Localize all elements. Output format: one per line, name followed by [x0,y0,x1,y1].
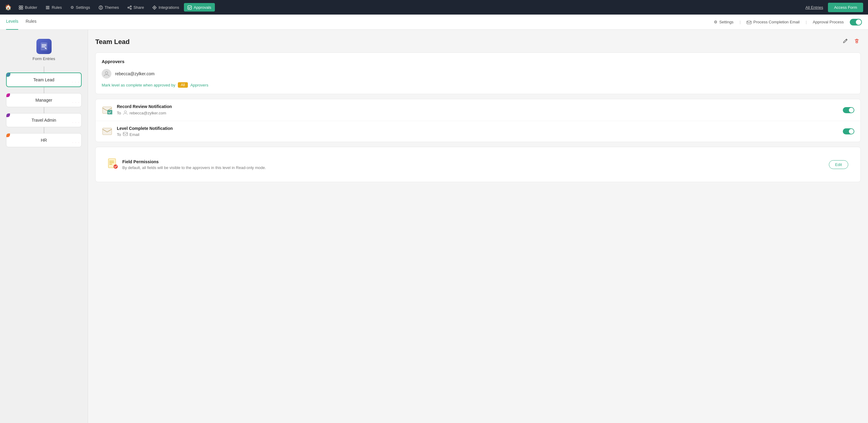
record-review-toggle[interactable] [843,107,854,113]
home-icon[interactable]: 🏠 [5,4,11,11]
manager-label: Manager [11,98,76,103]
svg-rect-6 [46,8,50,9]
badge-team-lead [7,73,10,77]
field-perm-description: By default, all fields will be visible t… [122,165,829,170]
approvers-label: Approvers [190,83,208,87]
nav-approvals-label: Approvals [194,5,211,10]
level-complete-toggle[interactable] [843,128,854,134]
svg-point-22 [124,111,126,113]
hr-label: HR [11,138,76,142]
delete-level-button[interactable] [853,37,861,46]
level-node-manager[interactable]: Manager · · · [6,93,82,107]
svg-rect-15 [747,21,751,24]
approver-avatar [102,69,112,78]
nav-builder-label: Builder [25,5,37,10]
nav-approvals[interactable]: Approvals [184,3,215,11]
svg-rect-2 [19,8,21,9]
level-complete-icon [102,126,113,137]
all-badge[interactable]: All [178,82,188,88]
level-header: Team Lead [95,37,861,46]
connector-line-4 [44,127,44,133]
level-node-team-lead[interactable]: Team Lead · · · [6,72,82,87]
nav-share-label: Share [133,5,144,10]
dots-decoration-2: · · · [72,99,80,106]
approvals-icon [188,5,192,10]
nav-share[interactable]: Share [124,3,148,11]
svg-rect-4 [46,6,50,7]
nav-builder[interactable]: Builder [15,3,41,11]
field-perm-info: Field Permissions By default, all fields… [122,159,829,170]
level-title: Team Lead [95,38,841,46]
builder-icon [19,5,23,10]
level-node-travel-admin[interactable]: Travel Admin · · · [6,113,82,127]
rules-icon [45,5,50,10]
record-review-info: Record Review Notification To rebecca@zy… [117,104,843,116]
connector-line-2 [44,87,44,93]
record-review-row: Record Review Notification To rebecca@zy… [96,99,860,121]
nav-rules-label: Rules [52,5,62,10]
field-perm-title: Field Permissions [122,159,829,164]
svg-rect-5 [46,7,50,8]
sub-navigation: Levels Rules ⚙ Settings | Process Comple… [0,14,868,30]
record-review-icon [102,105,113,116]
level-node-hr[interactable]: HR · · · [6,133,82,147]
level-complete-title: Level Complete Notification [117,126,843,131]
email-action-icon [747,20,751,24]
nav-integrations[interactable]: Integrations [149,3,183,11]
svg-rect-1 [21,6,23,7]
tab-rules[interactable]: Rules [26,14,36,30]
edit-level-button[interactable] [841,37,849,46]
record-review-title: Record Review Notification [117,104,843,109]
approvers-card: Approvers rebecca@zylker.com Mark level … [95,53,861,94]
svg-point-13 [154,7,155,8]
form-entry-node: Form Entries [0,36,88,64]
email-small-icon [123,132,128,137]
svg-rect-23 [102,128,112,135]
travel-admin-label: Travel Admin [11,118,76,123]
share-icon [127,5,132,10]
badge-travel-admin [6,113,10,117]
svg-rect-3 [21,8,23,9]
form-entry-label: Form Entries [32,57,55,61]
sidebar: Form Entries Team Lead · · · Manager · ·… [0,30,88,423]
svg-point-9 [128,7,129,8]
approval-process-action[interactable]: Approval Process [813,20,844,24]
connector-line-3 [44,107,44,113]
mark-complete-text: Mark level as complete when approved by [102,83,176,87]
person-icon [123,110,128,116]
settings-action[interactable]: ⚙ Settings [714,20,734,24]
field-permissions-edit-button[interactable]: Edit [829,160,848,169]
approvers-title: Approvers [102,59,854,64]
all-entries-link[interactable]: All Entries [805,5,824,10]
svg-rect-16 [41,42,48,51]
mark-complete-row: Mark level as complete when approved by … [102,82,854,88]
record-review-sub: To rebecca@zylker.com [117,110,843,116]
access-form-button[interactable]: Access Form [828,3,863,12]
nav-rules[interactable]: Rules [42,3,65,11]
nav-settings-label: Settings [76,5,90,10]
divider-2: | [806,20,807,24]
approval-process-toggle[interactable] [850,19,862,26]
process-completion-email-action[interactable]: Process Completion Email [747,20,799,24]
field-permissions-icon [108,158,118,171]
nav-themes[interactable]: Themes [95,3,123,11]
svg-point-19 [105,72,108,74]
themes-icon [99,5,103,10]
integrations-icon [152,5,157,10]
settings-icon: ⚙ [70,5,74,10]
badge-manager [6,94,10,97]
notifications-card: Record Review Notification To rebecca@zy… [95,99,861,142]
badge-hr [6,133,10,137]
tab-levels[interactable]: Levels [6,14,18,30]
connector-line [44,66,44,72]
field-perm-row: Field Permissions By default, all fields… [102,153,854,176]
nav-settings[interactable]: ⚙ Settings [67,3,94,11]
nav-themes-label: Themes [105,5,119,10]
svg-rect-24 [123,132,127,136]
level-complete-sub: To Email [117,132,843,137]
field-permissions-card: Field Permissions By default, all fields… [95,147,861,182]
level-complete-info: Level Complete Notification To Email [117,126,843,137]
dots-decoration-4: · · · [72,139,80,145]
settings-action-icon: ⚙ [714,20,717,24]
svg-line-12 [129,8,130,8]
